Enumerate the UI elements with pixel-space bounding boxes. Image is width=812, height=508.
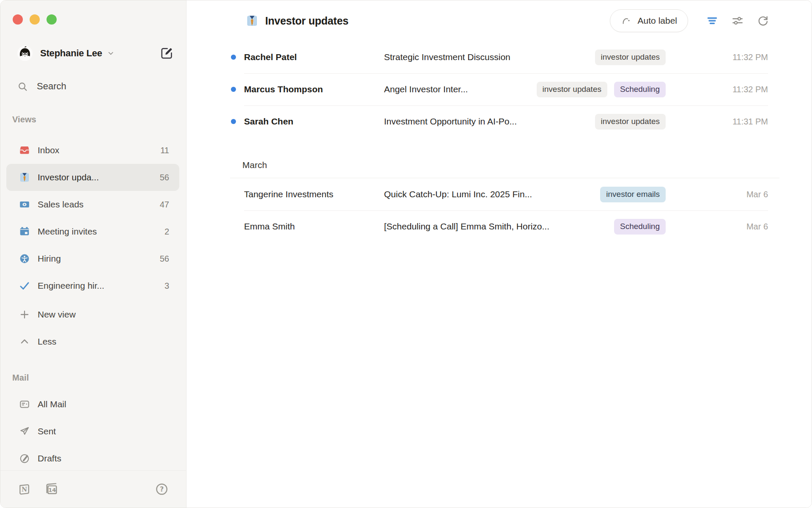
view-header: Investor updates Auto label	[187, 0, 812, 41]
sidebar-item-count: 3	[165, 281, 169, 291]
email-time: 11:32 PM	[666, 85, 768, 94]
zoom-window-button[interactable]	[47, 14, 57, 25]
account-switcher[interactable]: Stephanie Lee	[17, 43, 173, 64]
all-mail-icon	[19, 399, 30, 410]
user-name: Stephanie Lee	[40, 48, 102, 59]
plus-icon	[19, 309, 30, 320]
email-tag[interactable]: investor updates	[595, 114, 666, 130]
unread-dot-column	[231, 224, 244, 229]
email-list: Rachel PatelStrategic Investment Discuss…	[187, 41, 812, 508]
necktie-icon	[19, 172, 30, 183]
sidebar-item-investor-upda[interactable]: Investor upda...56	[6, 164, 179, 191]
unread-dot	[231, 119, 236, 124]
email-sender: Sarah Chen	[244, 116, 384, 127]
banknote-icon	[19, 199, 30, 210]
email-row[interactable]: Emma Smith[Scheduling a Call] Emma Smith…	[187, 210, 812, 243]
views-list: Inbox11Investor upda...56Sales leads47Me…	[6, 137, 179, 299]
svg-text:N: N	[22, 486, 27, 493]
email-row[interactable]: Rachel PatelStrategic Investment Discuss…	[187, 41, 812, 73]
email-subject: Strategic Investment Discussion	[384, 52, 510, 62]
svg-text:14: 14	[48, 487, 56, 493]
chevron-up-icon	[19, 336, 30, 347]
email-row[interactable]: Tangerine InvestmentsQuick Catch-Up: Lum…	[187, 178, 812, 210]
email-tag[interactable]: Scheduling	[614, 82, 666, 97]
compose-button[interactable]	[160, 47, 173, 60]
views-section-label: Views	[12, 115, 186, 125]
email-tag[interactable]: investor updates	[595, 50, 666, 65]
sidebar-item-label: Engineering hir...	[38, 281, 159, 291]
header-controls: Auto label	[610, 9, 769, 32]
inbox-icon	[19, 145, 30, 156]
sidebar-item-label: Less	[38, 337, 169, 347]
sidebar-footer: N 14 ?	[0, 470, 186, 508]
sidebar-item-label: Drafts	[38, 453, 169, 464]
calendar-icon	[19, 226, 30, 237]
email-time: 11:32 PM	[666, 52, 768, 62]
sidebar-item-label: Investor upda...	[38, 172, 155, 182]
sidebar-item-count: 47	[160, 200, 169, 210]
notion-app-button[interactable]: N	[17, 482, 31, 496]
email-tag[interactable]: investor emails	[600, 187, 666, 202]
sidebar-item-drafts[interactable]: Drafts	[6, 445, 179, 472]
view-title: Investor updates	[265, 15, 348, 27]
email-sender: Tangerine Investments	[244, 189, 384, 199]
help-icon: ?	[155, 482, 169, 496]
sidebar-item-less[interactable]: Less	[6, 328, 179, 355]
sidebar-item-label: Hiring	[38, 254, 155, 264]
sidebar-item-label: Sales leads	[38, 199, 155, 210]
search-button[interactable]: Search	[17, 76, 173, 97]
sidebar-item-label: All Mail	[38, 399, 169, 409]
sidebar-item-new-view[interactable]: New view	[6, 301, 179, 328]
email-tags: investor emails	[590, 187, 666, 202]
mail-pane: Investor updates Auto label Rachel Patel…	[187, 0, 812, 508]
notion-icon: N	[17, 482, 31, 496]
auto-label-text: Auto label	[638, 16, 677, 26]
sidebar-item-meeting-invites[interactable]: Meeting invites2	[6, 218, 179, 245]
email-tag[interactable]: Scheduling	[614, 219, 666, 235]
sidebar: Stephanie Lee Search Views Inbox11Invest…	[0, 0, 187, 508]
date-group-header: March	[230, 138, 779, 178]
email-tags: investor updates	[585, 114, 666, 130]
email-tags: Scheduling	[604, 219, 666, 235]
close-window-button[interactable]	[13, 14, 23, 25]
notion-calendar-button[interactable]: 14	[31, 482, 59, 497]
email-sender: Rachel Patel	[244, 52, 384, 62]
necktie-icon	[246, 14, 258, 27]
svg-text:?: ?	[160, 485, 164, 493]
email-row[interactable]: Sarah ChenInvestment Opportunity in AI-P…	[187, 105, 812, 138]
email-subject: Investment Opportunity in AI-Po...	[384, 116, 517, 127]
email-time: Mar 6	[666, 190, 768, 199]
unread-dot-column	[231, 55, 244, 60]
sidebar-item-sales-leads[interactable]: Sales leads47	[6, 191, 179, 218]
mail-section-label: Mail	[12, 373, 186, 383]
filter-button[interactable]	[706, 14, 719, 27]
auto-label-icon	[621, 15, 632, 27]
sidebar-item-count: 56	[160, 173, 169, 182]
sliders-icon	[731, 14, 744, 27]
chevron-down-icon	[107, 49, 115, 58]
sidebar-item-hiring[interactable]: Hiring56	[6, 245, 179, 272]
email-tags: investor updates	[585, 50, 666, 65]
sidebar-item-sent[interactable]: Sent	[6, 418, 179, 445]
help-button[interactable]: ?	[155, 482, 169, 496]
sidebar-item-count: 56	[160, 254, 169, 264]
email-tag[interactable]: investor updates	[537, 82, 607, 97]
sidebar-item-inbox[interactable]: Inbox11	[6, 137, 179, 164]
refresh-button[interactable]	[757, 14, 769, 27]
checkmark-icon	[19, 280, 30, 291]
refresh-icon	[757, 14, 769, 27]
filter-icon	[706, 14, 719, 27]
email-tags: investor updatesScheduling	[527, 82, 666, 97]
sidebar-item-all-mail[interactable]: All Mail	[6, 391, 179, 418]
sidebar-item-label: Inbox	[38, 145, 155, 155]
display-settings-button[interactable]	[731, 14, 744, 27]
email-sender: Emma Smith	[244, 221, 384, 232]
email-row[interactable]: Marcus ThompsonAngel Investor Inter...in…	[187, 73, 812, 105]
search-label: Search	[37, 81, 66, 92]
minimize-window-button[interactable]	[30, 14, 40, 25]
email-subject: Quick Catch-Up: Lumi Inc. 2025 Fin...	[384, 189, 532, 199]
search-icon	[17, 81, 28, 92]
email-time: Mar 6	[666, 222, 768, 232]
auto-label-button[interactable]: Auto label	[610, 9, 688, 32]
sidebar-item-engineering-hir[interactable]: Engineering hir...3	[6, 272, 179, 299]
